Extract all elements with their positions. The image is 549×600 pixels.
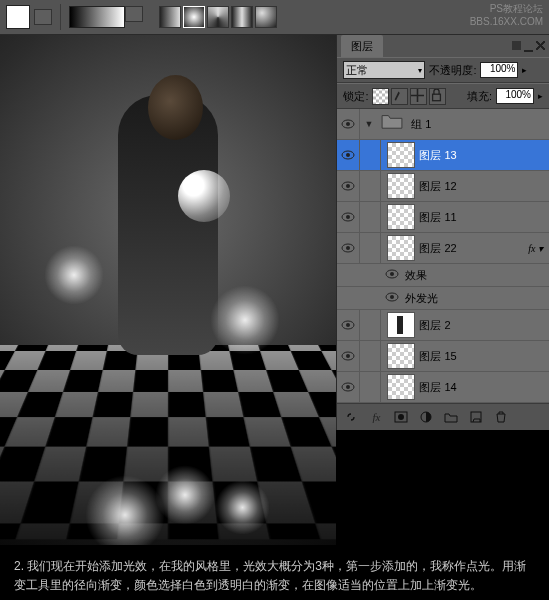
visibility-icon[interactable] (337, 310, 360, 340)
tutorial-caption: 2. 我们现在开始添加光效，在我的风格里，光效大概分为3种，第一步添加的，我称作… (0, 545, 549, 599)
visibility-icon[interactable] (385, 269, 399, 281)
visibility-icon[interactable] (337, 372, 360, 402)
lock-transparency-icon[interactable] (372, 88, 389, 105)
lock-label: 锁定: (343, 89, 368, 104)
gradient-dropdown[interactable] (125, 6, 143, 22)
panel-close-icon[interactable] (536, 41, 545, 50)
fill-flyout-icon[interactable]: ▸ (538, 91, 543, 101)
group-expand-icon[interactable]: ▼ (364, 119, 373, 129)
visibility-icon[interactable] (337, 171, 360, 201)
panel-footer: fx (337, 403, 549, 430)
layer-row[interactable]: 图层 12 (337, 171, 549, 202)
fx-item-row[interactable]: 外发光 (337, 287, 549, 310)
opacity-flyout-icon[interactable]: ▸ (522, 65, 527, 75)
layer-thumbnail[interactable] (387, 204, 415, 230)
swatch-dropdown[interactable] (34, 9, 52, 25)
visibility-icon[interactable] (337, 202, 360, 232)
gradient-type-group (159, 6, 277, 28)
fx-effects-row[interactable]: 效果 (337, 264, 549, 287)
layer-label[interactable]: 图层 2 (419, 318, 549, 333)
fx-icon[interactable]: fx (366, 408, 386, 426)
layers-list: ▼ 组 1 图层 13图层 12图层 11图层 22fx ▾效果外发光图层 2图… (337, 109, 549, 403)
layers-panel: 图层 正常▾ 不透明度: 100% ▸ 锁定: (336, 35, 549, 430)
fx-label: 效果 (405, 268, 427, 283)
new-group-icon[interactable] (441, 408, 461, 426)
svg-rect-0 (433, 94, 441, 101)
layer-row[interactable]: 图层 11 (337, 202, 549, 233)
opacity-input[interactable]: 100% (480, 62, 518, 78)
folder-icon (381, 112, 407, 136)
radial-gradient-icon[interactable] (183, 6, 205, 28)
lock-all-icon[interactable] (429, 88, 446, 105)
link-layers-icon[interactable] (341, 408, 361, 426)
visibility-icon[interactable] (337, 109, 360, 139)
fill-input[interactable]: 100% (496, 88, 534, 104)
svg-point-22 (398, 414, 404, 420)
lock-row: 锁定: 填充: 100% ▸ (337, 83, 549, 109)
gradient-preset-group (69, 6, 143, 28)
visibility-icon[interactable] (337, 341, 360, 371)
photo-subject (88, 85, 248, 465)
svg-point-20 (346, 385, 350, 389)
svg-point-10 (346, 246, 350, 250)
fx-badge[interactable]: fx ▾ (528, 243, 543, 254)
svg-point-14 (390, 295, 394, 299)
panel-collapse-icon[interactable] (512, 41, 521, 50)
layer-row[interactable]: 图层 15 (337, 341, 549, 372)
new-layer-icon[interactable] (466, 408, 486, 426)
layer-row[interactable]: 图层 14 (337, 372, 549, 403)
layers-tab[interactable]: 图层 (341, 35, 383, 57)
svg-point-2 (346, 122, 350, 126)
light-glow (44, 245, 104, 305)
layer-row[interactable]: 图层 22fx ▾ (337, 233, 549, 264)
layer-label[interactable]: 图层 13 (419, 148, 549, 163)
layer-label[interactable]: 图层 12 (419, 179, 549, 194)
mask-icon[interactable] (391, 408, 411, 426)
visibility-icon[interactable] (385, 292, 399, 304)
angle-gradient-icon[interactable] (207, 6, 229, 28)
layer-label[interactable]: 图层 11 (419, 210, 549, 225)
panel-minimize-icon[interactable] (524, 41, 533, 52)
svg-point-6 (346, 184, 350, 188)
layer-thumbnail[interactable] (387, 312, 415, 338)
gradient-preview[interactable] (69, 6, 125, 28)
document-canvas[interactable] (0, 35, 336, 545)
delete-layer-icon[interactable] (491, 408, 511, 426)
light-glow (215, 480, 270, 535)
layer-thumbnail[interactable] (387, 343, 415, 369)
adjustment-icon[interactable] (416, 408, 436, 426)
layer-thumbnail[interactable] (387, 173, 415, 199)
layer-label[interactable]: 图层 14 (419, 380, 549, 395)
svg-point-18 (346, 354, 350, 358)
svg-point-4 (346, 153, 350, 157)
light-glow (210, 285, 280, 355)
opacity-label: 不透明度: (429, 63, 476, 78)
fill-label: 填充: (467, 89, 492, 104)
foreground-swatch[interactable] (6, 5, 30, 29)
layer-thumbnail[interactable] (387, 142, 415, 168)
layer-thumbnail[interactable] (387, 374, 415, 400)
svg-point-16 (346, 323, 350, 327)
light-glow (155, 465, 215, 525)
group-row[interactable]: ▼ 组 1 (337, 109, 549, 140)
svg-point-8 (346, 215, 350, 219)
layer-thumbnail[interactable] (387, 235, 415, 261)
blend-row: 正常▾ 不透明度: 100% ▸ (337, 57, 549, 83)
reflected-gradient-icon[interactable] (231, 6, 253, 28)
fx-item-label: 外发光 (405, 291, 438, 306)
diamond-gradient-icon[interactable] (255, 6, 277, 28)
svg-point-12 (390, 272, 394, 276)
lock-position-icon[interactable] (410, 88, 427, 105)
lock-pixels-icon[interactable] (391, 88, 408, 105)
layer-label[interactable]: 图层 22 (419, 241, 528, 256)
options-bar: PS教程论坛 BBS.16XX.COM (0, 0, 549, 35)
color-swatches[interactable] (6, 5, 30, 29)
layer-row[interactable]: 图层 2 (337, 310, 549, 341)
visibility-icon[interactable] (337, 140, 360, 170)
visibility-icon[interactable] (337, 233, 360, 263)
layer-row[interactable]: 图层 13 (337, 140, 549, 171)
linear-gradient-icon[interactable] (159, 6, 181, 28)
layer-label[interactable]: 组 1 (411, 117, 549, 132)
blend-mode-select[interactable]: 正常▾ (343, 61, 425, 79)
layer-label[interactable]: 图层 15 (419, 349, 549, 364)
